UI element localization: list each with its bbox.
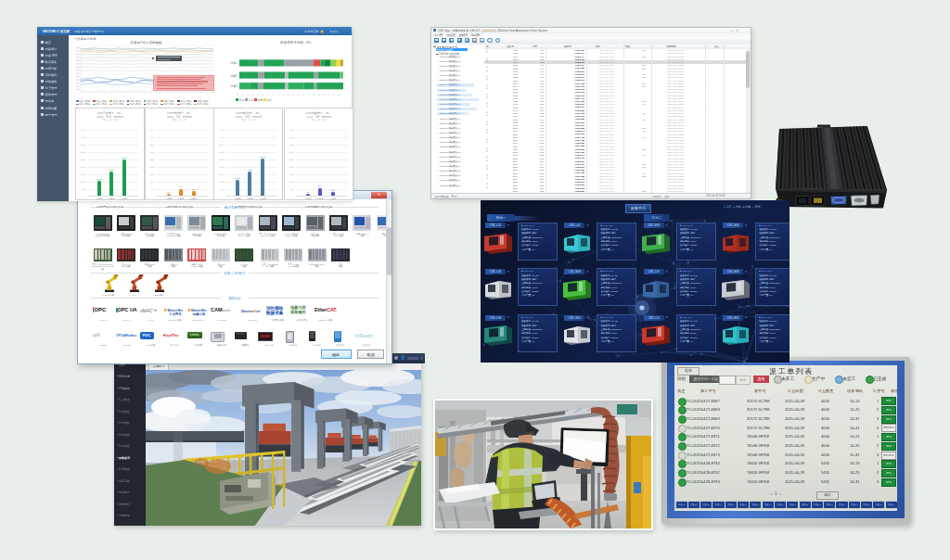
svg-text:设备2: 设备2 <box>230 74 238 78</box>
svg-text:设备3: 设备3 <box>230 84 238 88</box>
svg-text:设备1: 设备1 <box>230 61 238 65</box>
